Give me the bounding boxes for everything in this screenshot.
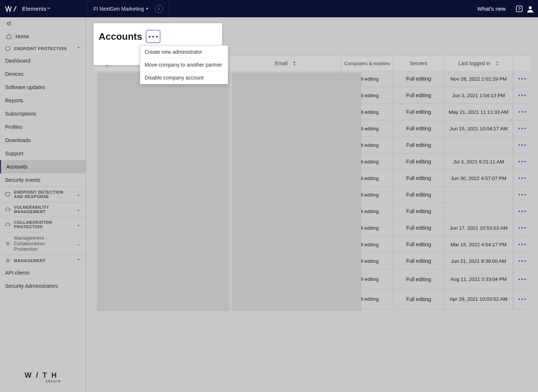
row-actions-button[interactable]	[513, 87, 531, 103]
scope-selector[interactable]: FI NextGen Marketing ▾	[86, 0, 155, 17]
menu-disable-company[interactable]: Disable company account	[140, 71, 228, 84]
cell-servers: Full editing	[393, 71, 445, 87]
page-actions-button[interactable]	[146, 30, 160, 43]
cell-last-logged	[445, 203, 513, 219]
sidebar-section-endpoint-protection[interactable]: ENDPOINT PROTECTION ⌃	[0, 43, 86, 54]
collapse-icon	[6, 21, 12, 26]
cell-last-logged	[445, 187, 513, 203]
row-actions-button[interactable]	[513, 236, 531, 252]
cell-last-logged	[445, 137, 513, 153]
cloud-icon	[5, 207, 10, 212]
cell-last-logged: Jun 21, 2021 9:39:00 AM	[445, 253, 513, 269]
cell-last-logged: Jun 3, 2021 1:04:13 PM	[445, 87, 513, 103]
cell-last-logged: Aug 11, 2021 3:33:04 PM	[445, 269, 513, 289]
row-actions-button[interactable]	[513, 269, 531, 289]
info-icon[interactable]: i	[155, 5, 163, 13]
brand-tm: ™	[47, 7, 51, 11]
ellipsis-icon	[518, 144, 526, 146]
sidebar-item-reports[interactable]: Reports	[0, 94, 86, 107]
cell-servers: Full editing	[393, 289, 445, 309]
sidebar-section-collab[interactable]: COLLABORATION PROTECTION ⌄	[0, 217, 86, 232]
sidebar-collapse-button[interactable]	[0, 17, 86, 30]
top-bar: Elements™ FI NextGen Marketing ▾ i What'…	[0, 0, 538, 17]
sidebar-section-management[interactable]: MANAGEMENT ⌃	[0, 255, 86, 266]
row-actions-button[interactable]	[513, 170, 531, 186]
sidebar-item-label: Subscriptions	[5, 111, 36, 117]
sidebar-item-home[interactable]: Home	[0, 30, 86, 43]
sidebar-item-label: Devices	[5, 71, 24, 77]
cell-last-logged: Nov 28, 2022 2:02:29 PM	[445, 71, 513, 87]
row-actions-button[interactable]	[513, 289, 531, 309]
ellipsis-icon	[518, 161, 526, 162]
col-computers-mobiles[interactable]: Computers & mobiles	[341, 56, 393, 71]
section-label: COLLABORATION PROTECTION	[14, 220, 66, 229]
cell-last-logged: Mar 15, 2022 4:54:17 PM	[445, 236, 513, 252]
row-actions-button[interactable]	[513, 153, 531, 170]
row-actions-button[interactable]	[513, 220, 531, 236]
cell-last-logged: Jul 3, 2021 9:21:11 AM	[445, 153, 513, 170]
sidebar-item-label: API clients	[5, 270, 29, 276]
cell-servers: Full editing	[393, 187, 445, 203]
row-actions-button[interactable]	[513, 203, 531, 219]
sidebar-item-label: Support	[5, 151, 23, 156]
menu-create-new-admin[interactable]: Create new administrator	[140, 46, 228, 59]
brand: Elements™	[4, 6, 86, 12]
col-last-logged-in[interactable]: Last logged in ▲▼	[445, 56, 513, 71]
sidebar-section-vuln[interactable]: VULNERABILITY MANAGEMENT ⌄	[0, 202, 86, 217]
sidebar-item-api-clients[interactable]: API clients	[0, 266, 86, 279]
sidebar-item-profiles[interactable]: Profiles	[0, 120, 86, 134]
menu-move-company[interactable]: Move company to another partner	[140, 59, 228, 71]
sidebar-item-downloads[interactable]: Downloads	[0, 134, 86, 147]
row-actions-button[interactable]	[513, 104, 531, 120]
section-label: MANAGEMENT	[14, 258, 46, 263]
user-icon[interactable]	[526, 5, 534, 13]
redacted-area	[232, 73, 361, 311]
cell-last-logged: Jun 15, 2021 10:04:17 AM	[445, 120, 513, 137]
sidebar-item-label: Software updates	[5, 84, 45, 90]
cell-last-logged: Jun 17, 2021 10:53:03 AM	[445, 220, 513, 236]
page-actions-menu: Create new administrator Move company to…	[140, 45, 228, 84]
home-icon	[6, 33, 12, 39]
ellipsis-icon	[518, 95, 526, 96]
sidebar-item-label: Profiles	[5, 124, 22, 130]
row-actions-button[interactable]	[513, 253, 531, 269]
svg-point-4	[7, 260, 8, 261]
row-actions-button[interactable]	[513, 71, 531, 87]
page-title: Accounts	[99, 31, 142, 42]
col-servers[interactable]: Servers	[393, 56, 445, 71]
cell-servers: Full editing	[393, 87, 445, 103]
cell-servers: Full editing	[393, 170, 445, 186]
sidebar-section-edr[interactable]: ENDPOINT DETECTION AND RESPONSE ⌄	[0, 187, 86, 202]
cell-servers: Full editing	[393, 203, 445, 219]
cell-last-logged: Apr 29, 2021 10:03:52 AM	[445, 289, 513, 309]
whats-new-link[interactable]: What's new	[477, 6, 506, 12]
sidebar-item-support[interactable]: Support	[0, 147, 86, 160]
sidebar-item-label: Security Administrators	[5, 283, 58, 289]
sidebar-item-security-administrators[interactable]: Security Administrators	[0, 279, 86, 293]
svg-text:?: ?	[518, 6, 520, 12]
cell-servers: Full editing	[393, 104, 445, 120]
sidebar-item-software-updates[interactable]: Software updates	[0, 81, 86, 94]
gear-icon	[5, 258, 10, 263]
row-actions-button[interactable]	[513, 137, 531, 153]
help-icon[interactable]: ?	[515, 5, 523, 13]
sidebar-item-label: Security events	[5, 177, 40, 183]
sidebar-item-dashboard[interactable]: Dashboard	[0, 54, 86, 67]
sort-icon: ▲▼	[496, 60, 499, 66]
ellipsis-icon	[518, 244, 526, 245]
sidebar-section-mgmt-collab[interactable]: Management - Collaboration Protection ⌄	[0, 232, 86, 255]
cloud-icon	[5, 222, 10, 227]
section-label: ENDPOINT PROTECTION	[14, 46, 67, 51]
row-actions-button[interactable]	[513, 187, 531, 203]
sidebar-item-accounts[interactable]: Accounts	[0, 160, 86, 173]
brand-text: Elements	[22, 6, 47, 12]
gear-icon	[5, 241, 10, 246]
sidebar-item-security-events[interactable]: Security events	[0, 173, 86, 187]
row-actions-button[interactable]	[513, 120, 531, 137]
col-email[interactable]: Email ▲▼	[230, 56, 341, 71]
col-actions	[513, 56, 531, 71]
cell-servers: Full editing	[393, 220, 445, 236]
sidebar: Home ENDPOINT PROTECTION ⌃ DashboardDevi…	[0, 17, 86, 392]
sidebar-item-subscriptions[interactable]: Subscriptions	[0, 107, 86, 120]
sidebar-item-devices[interactable]: Devices	[0, 67, 86, 81]
